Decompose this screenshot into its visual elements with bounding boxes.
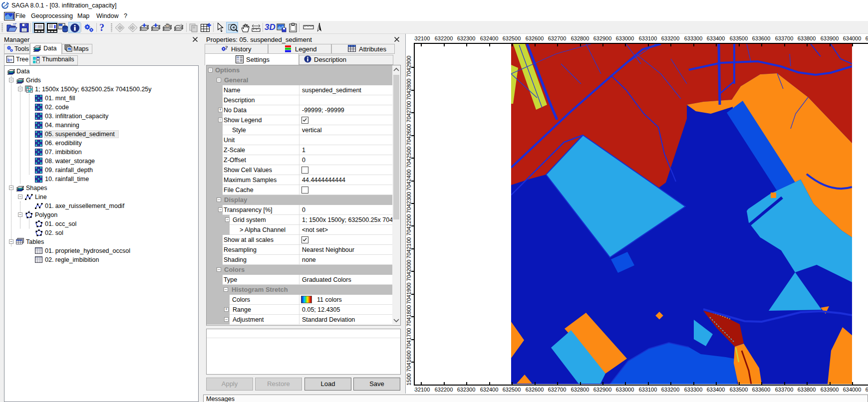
- svg-text:?: ?: [225, 45, 228, 50]
